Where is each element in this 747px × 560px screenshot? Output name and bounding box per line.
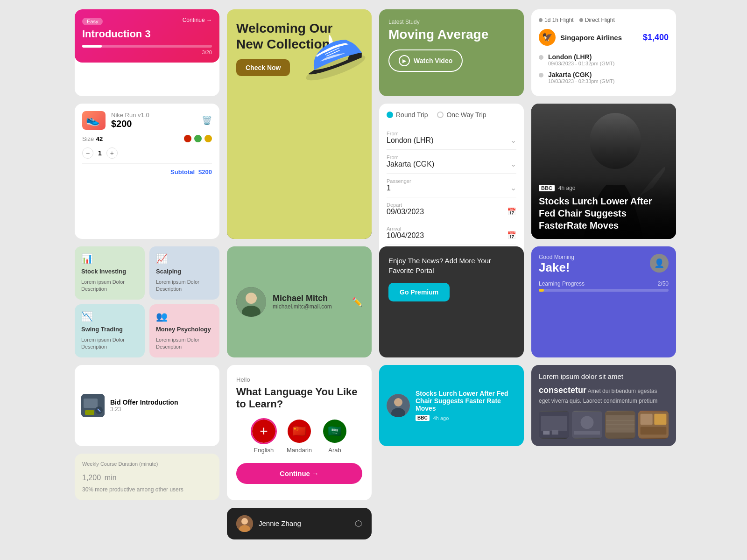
english-flag: + bbox=[252, 420, 275, 443]
profile-avatar bbox=[236, 287, 266, 317]
lang-english[interactable]: + English bbox=[252, 420, 275, 454]
finance-desc-4: Lorem ipsum Dolor Description bbox=[156, 336, 213, 351]
news-teal-meta: BBC 4h ago bbox=[416, 415, 516, 421]
finance-item-scalping[interactable]: 📈 Scalping Lorem ipsum Dolor Description bbox=[149, 246, 219, 300]
size-value[interactable]: 42 bbox=[96, 135, 103, 142]
lorem-img-4 bbox=[638, 411, 669, 439]
trip-toggle: Round Trip One Way Trip bbox=[387, 111, 516, 119]
news-teal-content: Stocks Lurch Lower After Fed Chair Sugge… bbox=[416, 390, 516, 421]
svg-rect-31 bbox=[641, 413, 653, 424]
intro-progress-text: 3/20 bbox=[82, 49, 212, 55]
lang-title: What Language You Like to Learn? bbox=[236, 386, 362, 410]
qty-increase-button[interactable]: + bbox=[106, 147, 118, 159]
collection-card: Welcoming Our New Collection Check Now bbox=[227, 9, 372, 239]
route-date-1: 09/03/2023 - 01:32pm (GMT) bbox=[548, 61, 614, 66]
color-red[interactable] bbox=[184, 135, 191, 142]
color-yellow[interactable] bbox=[204, 135, 212, 142]
news-big-overlay: BBC 4h ago Stocks Lurch Lower After Fed … bbox=[531, 177, 676, 239]
chart-icon-4: 👥 bbox=[156, 311, 213, 322]
airline-header: 🦅 Singapore Airlines $1,400 bbox=[539, 29, 669, 46]
lang-mandarin[interactable]: 🇨🇳 Mandarin bbox=[287, 420, 312, 454]
quantity-row: − 1 + bbox=[82, 147, 212, 159]
airline-card: 1d 1h Flight Direct Flight 🦅 Singapore A… bbox=[531, 9, 676, 96]
product-price: $200 bbox=[111, 119, 196, 129]
arab-flag: 🇸🇦 bbox=[323, 420, 346, 443]
news-teal-avatar bbox=[387, 394, 410, 417]
finance-item-swing[interactable]: 📉 Swing Trading Lorem ipsum Dolor Descri… bbox=[75, 304, 145, 357]
finance-desc-3: Lorem ipsum Dolor Description bbox=[81, 336, 138, 351]
edit-icon[interactable]: ✏️ bbox=[352, 297, 362, 307]
flight-badge-1: 1d 1h Flight bbox=[539, 17, 574, 23]
product-image bbox=[82, 111, 106, 130]
nike-card: Nike Run v1.0 $200 🗑️ Size 42 − 1 + Subt… bbox=[75, 104, 219, 239]
continue-button[interactable]: Continue → bbox=[183, 17, 212, 23]
flight-badge-2: Direct Flight bbox=[579, 17, 615, 23]
delete-button[interactable]: 🗑️ bbox=[202, 115, 212, 126]
route-dot-1 bbox=[539, 55, 543, 60]
calendar-icon-1: 📅 bbox=[507, 207, 516, 216]
jennie-card: Jennie Zhang ⬡ bbox=[227, 508, 372, 539]
gm-progress-fill bbox=[539, 289, 544, 292]
finance-title-1: Stock Investing bbox=[81, 268, 138, 275]
svg-rect-9 bbox=[85, 410, 94, 415]
from-field-2[interactable]: From Jakarta (CGK) ⌄ bbox=[387, 150, 516, 174]
go-premium-button[interactable]: Go Premium bbox=[388, 283, 450, 301]
mandarin-flag: 🇨🇳 bbox=[288, 420, 311, 443]
svg-rect-24 bbox=[574, 431, 600, 434]
lang-arab[interactable]: 🇸🇦 Arab bbox=[323, 420, 346, 454]
finance-desc-1: Lorem ipsum Dolor Description bbox=[81, 279, 138, 293]
premium-text: Enjoy The News? Add More Your Favorite P… bbox=[388, 256, 514, 275]
chevron-down-icon-2: ⌄ bbox=[510, 160, 516, 168]
round-trip-radio[interactable] bbox=[387, 112, 393, 118]
svg-rect-32 bbox=[654, 413, 666, 424]
round-trip-option[interactable]: Round Trip bbox=[387, 111, 428, 119]
one-way-radio[interactable] bbox=[437, 112, 444, 118]
bbc-badge: BBC bbox=[539, 185, 555, 191]
check-now-button[interactable]: Check Now bbox=[236, 59, 290, 76]
passenger-field[interactable]: Passenger 1 ⌄ bbox=[387, 174, 516, 197]
bid-title: Bid Offer Introduction bbox=[110, 399, 178, 406]
language-continue-button[interactable]: Continue → bbox=[236, 463, 362, 484]
svg-rect-19 bbox=[541, 416, 567, 431]
route-item-2: Jakarta (CGK) 10/03/2023 - 02:33pm (GMT) bbox=[539, 71, 669, 84]
subtotal-row: Subtotal $200 bbox=[82, 163, 212, 175]
gm-name: Jake! bbox=[539, 260, 574, 275]
chart-icon-1: 📊 bbox=[81, 253, 138, 264]
gm-top: Good Morning Jake! 👤 bbox=[539, 254, 669, 280]
finance-item-stock[interactable]: 📊 Stock Investing Lorem ipsum Dolor Desc… bbox=[75, 246, 145, 300]
color-green[interactable] bbox=[194, 135, 202, 142]
chevron-down-icon-3: ⌄ bbox=[510, 183, 516, 192]
moving-avg-label: Latest Study bbox=[388, 19, 514, 25]
news-big-card: BBC 4h ago Stocks Lurch Lower After Fed … bbox=[531, 104, 676, 239]
gm-progress-bar bbox=[539, 289, 669, 292]
one-way-option[interactable]: One Way Trip bbox=[437, 111, 486, 119]
finance-desc-2: Lorem ipsum Dolor Description bbox=[156, 279, 213, 293]
from-field-1[interactable]: From London (LHR) ⌄ bbox=[387, 126, 516, 150]
watch-video-button[interactable]: ▶ Watch Video bbox=[388, 49, 463, 72]
profile-name: Michael Mitch bbox=[273, 294, 332, 303]
bid-info: Bid Offer Introduction 3:23 bbox=[110, 399, 178, 413]
moving-avg-title: Moving Average bbox=[388, 27, 514, 42]
airline-logo: 🦅 bbox=[539, 29, 556, 46]
lorem-img-2 bbox=[572, 411, 602, 439]
finance-item-money[interactable]: 👥 Money Psychology Lorem ipsum Dolor Des… bbox=[149, 304, 219, 357]
color-selector[interactable] bbox=[184, 135, 212, 142]
lang-options: + English 🇨🇳 Mandarin 🇸🇦 Arab bbox=[236, 420, 362, 454]
lorem-img-1 bbox=[539, 411, 569, 439]
exit-icon[interactable]: ⬡ bbox=[355, 518, 362, 529]
arrival-field[interactable]: Arrival 10/04/2023 📅 bbox=[387, 221, 516, 245]
product-row: Nike Run v1.0 $200 🗑️ bbox=[82, 111, 212, 130]
profile-card: Michael Mitch michael.mitc@mail.com ✏️ bbox=[227, 246, 372, 357]
intro-progress-bar bbox=[82, 45, 212, 48]
good-morning-card: Good Morning Jake! 👤 Learning Progress 2… bbox=[531, 246, 676, 357]
lang-name-mandarin: Mandarin bbox=[287, 447, 312, 454]
depart-field[interactable]: Depart 09/03/2023 📅 bbox=[387, 197, 516, 221]
svg-rect-26 bbox=[606, 415, 634, 432]
lorem-card: Lorem ipsum dolor sit amet consectetur A… bbox=[531, 365, 676, 446]
lorem-bold-word: consectetur bbox=[539, 385, 586, 395]
weekly-desc: 30% more productive among other users bbox=[82, 486, 212, 493]
qty-decrease-button[interactable]: − bbox=[82, 147, 93, 159]
finance-grid: 📊 Stock Investing Lorem ipsum Dolor Desc… bbox=[75, 246, 219, 357]
premium-card: Enjoy The News? Add More Your Favorite P… bbox=[379, 246, 524, 357]
qty-value: 1 bbox=[98, 149, 102, 157]
